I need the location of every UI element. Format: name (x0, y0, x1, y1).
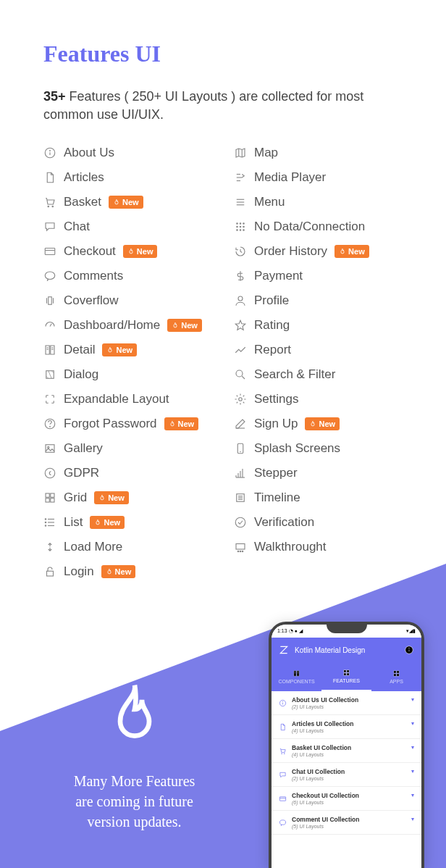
lock-icon (43, 565, 56, 578)
feature-item[interactable]: Rating (234, 318, 403, 333)
feature-label: Order History (254, 244, 327, 259)
feature-label: Forgot Password (64, 417, 157, 431)
status-right: ▾◢▮ (406, 628, 416, 634)
feature-item[interactable]: GDPR (43, 466, 212, 480)
feature-item[interactable]: Gallery (43, 441, 212, 456)
collection-item[interactable]: Chat UI Collection(2) UI Layouts▾ (272, 763, 421, 787)
collection-subtitle: (2) UI Layouts (292, 704, 406, 709)
feature-item[interactable]: LoginNew (43, 564, 212, 579)
feature-item[interactable]: Coverflow (43, 293, 212, 308)
feature-item[interactable]: No Data/Connection (234, 220, 403, 234)
feature-column-right: MapMedia PlayerMenuNo Data/ConnectionOrd… (234, 146, 403, 589)
subtitle: 35+ Features ( 250+ UI Layouts ) are col… (43, 88, 403, 124)
feature-item[interactable]: Verification (234, 515, 403, 530)
feature-item[interactable]: Stepper (234, 466, 403, 480)
flame-icon (106, 680, 164, 753)
new-badge: New (167, 319, 202, 332)
collection-title: Articles UI Collection (292, 720, 406, 727)
collection-title: About Us UI Collection (292, 696, 406, 704)
notch (327, 623, 367, 633)
grid-icon (43, 491, 56, 504)
feature-item[interactable]: ListNew (43, 515, 212, 530)
feature-item[interactable]: Sign UpNew (234, 417, 403, 431)
feature-item[interactable]: Splash Screens (234, 441, 403, 456)
comment-icon (279, 817, 287, 825)
star-icon (234, 319, 247, 332)
chevron-down-icon: ▾ (411, 792, 414, 798)
chevron-down-icon: ▾ (411, 816, 414, 822)
tab-components[interactable]: COMPONENTS (272, 662, 321, 691)
collection-item[interactable]: Comment UI Collection(5) UI Layouts▾ (272, 811, 421, 835)
feature-label: Search & Filter (254, 367, 335, 382)
feature-item[interactable]: Load More (43, 540, 212, 554)
feature-label: Splash Screens (254, 441, 340, 456)
feature-item[interactable]: Forgot PasswordNew (43, 417, 212, 431)
feature-item[interactable]: Profile (234, 293, 403, 308)
chart-icon (234, 343, 247, 356)
feature-item[interactable]: BasketNew (43, 195, 212, 209)
feature-item[interactable]: Settings (234, 392, 403, 406)
feature-item[interactable]: Dialog (43, 367, 212, 382)
comment-icon (43, 270, 56, 283)
bottom-message: Many More Features are coming in future … (0, 680, 269, 868)
feature-item[interactable]: Search & Filter (234, 367, 403, 382)
feature-item[interactable]: Payment (234, 269, 403, 283)
card-icon (279, 793, 287, 801)
check-icon (234, 516, 247, 529)
feature-label: Walkthrought (254, 540, 327, 554)
collection-subtitle: (4) UI Layouts (292, 728, 406, 733)
feature-item[interactable]: Comments (43, 269, 212, 283)
feature-item[interactable]: Expandable Layout (43, 392, 212, 406)
dollar-icon (234, 270, 247, 283)
map-icon (234, 146, 247, 159)
menu-icon (234, 196, 247, 209)
chevron-down-icon: ▾ (411, 696, 414, 703)
feature-label: Dialog (64, 367, 98, 382)
card-icon (43, 245, 56, 258)
info-icon (43, 146, 56, 159)
feature-item[interactable]: CheckoutNew (43, 244, 212, 259)
feature-item[interactable]: Walkthrought (234, 540, 403, 554)
feature-item[interactable]: Articles (43, 170, 212, 185)
tab-bar: COMPONENTSFEATURESAPPS (272, 662, 421, 691)
user-icon (234, 294, 247, 307)
media-icon (234, 171, 247, 184)
feature-item[interactable]: About Us (43, 146, 212, 160)
tab-features[interactable]: FEATURES (321, 662, 371, 691)
chevron-down-icon: ▾ (411, 768, 414, 775)
feature-item[interactable]: Menu (234, 195, 403, 209)
feature-item[interactable]: Timeline (234, 491, 403, 505)
feature-item[interactable]: Order HistoryNew (234, 244, 403, 259)
info-icon[interactable] (404, 645, 414, 655)
collection-title: Basket UI Collection (292, 744, 406, 751)
feature-item[interactable]: Map (234, 146, 403, 160)
file-icon (43, 171, 56, 184)
feature-item[interactable]: Chat (43, 220, 212, 234)
top-section: Features UI 35+ Features ( 250+ UI Layou… (0, 0, 446, 589)
collection-title: Chat UI Collection (292, 768, 406, 775)
collection-item[interactable]: Articles UI Collection(4) UI Layouts▾ (272, 715, 421, 739)
collection-item[interactable]: Checkout UI Collection(6) UI Layouts▾ (272, 787, 421, 811)
feature-item[interactable]: Dashboard/HomeNew (43, 318, 212, 333)
tab-apps[interactable]: APPS (371, 662, 421, 691)
feature-label: Stepper (254, 466, 298, 480)
new-badge: New (109, 196, 143, 209)
file-icon (279, 721, 287, 729)
feature-item[interactable]: GridNew (43, 491, 212, 505)
collection-item[interactable]: Basket UI Collection(4) UI Layouts▾ (272, 739, 421, 763)
feature-label: Comments (64, 269, 123, 283)
feature-label: About Us (64, 146, 114, 160)
collection-item[interactable]: About Us UI Collection(2) UI Layouts▾ (272, 691, 421, 715)
feature-label: Dashboard/Home (64, 318, 160, 333)
cart-icon (43, 196, 56, 209)
feature-label: Coverflow (64, 293, 119, 308)
feature-item[interactable]: Report (234, 343, 403, 357)
search-icon (234, 368, 247, 381)
feature-label: Basket (64, 195, 101, 209)
feature-label: Timeline (254, 491, 300, 505)
chat-icon (43, 220, 56, 233)
feature-label: Report (254, 343, 291, 357)
feature-label: Articles (64, 170, 104, 185)
feature-item[interactable]: DetailNew (43, 343, 212, 357)
feature-item[interactable]: Media Player (234, 170, 403, 185)
